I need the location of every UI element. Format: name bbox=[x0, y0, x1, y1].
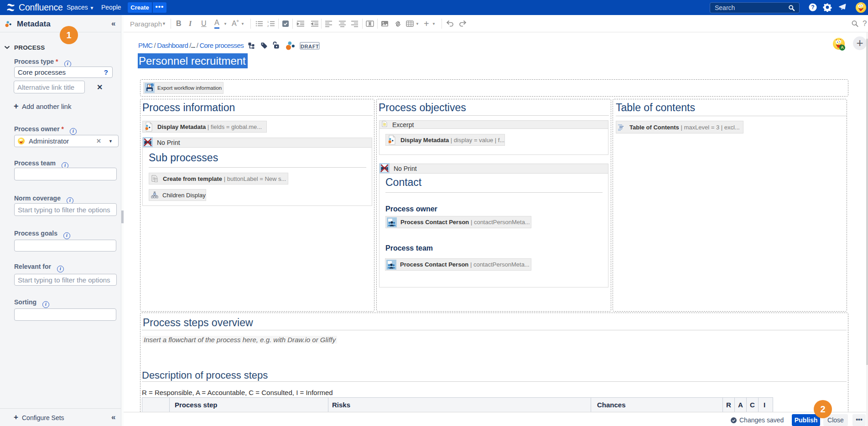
svg-text:?: ? bbox=[811, 4, 814, 10]
svg-text:1: 1 bbox=[267, 21, 269, 23]
svg-text:2: 2 bbox=[267, 25, 269, 27]
